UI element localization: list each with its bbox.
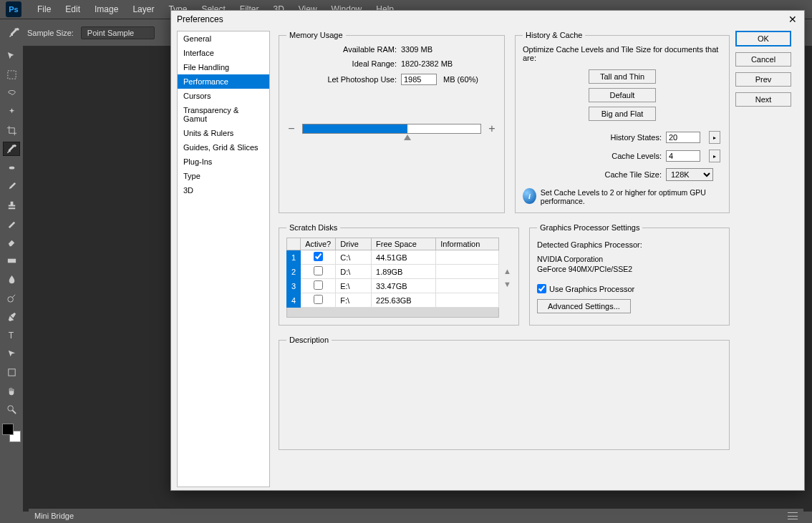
available-ram-value: 3309 MB <box>401 45 497 54</box>
let-use-unit: MB (60%) <box>443 75 478 84</box>
memory-legend: Memory Usage <box>286 31 346 39</box>
tall-thin-button[interactable]: Tall and Thin <box>589 69 656 84</box>
move-down-icon[interactable]: ▼ <box>503 280 511 288</box>
history-states-label: History States: <box>566 133 666 142</box>
stamp-tool[interactable] <box>3 197 20 212</box>
svg-rect-2 <box>7 258 15 263</box>
svg-text:T: T <box>8 331 14 341</box>
available-ram-label: Available RAM: <box>286 45 401 54</box>
cache-tile-select[interactable]: 128K <box>666 168 713 181</box>
memory-slider[interactable] <box>302 124 481 134</box>
ideal-range-value: 1820-2382 MB <box>401 59 497 68</box>
menu-image[interactable]: Image <box>87 4 125 14</box>
fg-bg-color[interactable] <box>2 424 21 442</box>
gpu-settings-group: Graphics Processor Settings Detected Gra… <box>529 223 730 326</box>
sidebar-item-guides-grid-slices[interactable]: Guides, Grid & Slices <box>178 140 269 155</box>
table-row[interactable]: 3E:\33.47GB <box>287 279 499 293</box>
crop-tool[interactable] <box>3 123 20 137</box>
default-button[interactable]: Default <box>589 88 656 102</box>
history-brush-tool[interactable] <box>3 216 20 230</box>
heal-tool[interactable] <box>3 160 20 175</box>
dodge-tool[interactable] <box>3 290 20 305</box>
description-group: Description <box>279 336 730 450</box>
col-info: Information <box>436 238 499 250</box>
sidebar-item--d[interactable]: 3D <box>178 183 269 197</box>
hand-tool[interactable] <box>3 383 20 398</box>
sidebar-item-file-handling[interactable]: File Handling <box>178 60 269 74</box>
sidebar-item-interface[interactable]: Interface <box>178 46 269 60</box>
disk-active-checkbox[interactable] <box>314 280 323 290</box>
marquee-tool[interactable] <box>3 67 20 82</box>
mini-bridge-panel[interactable]: Mini Bridge <box>29 509 803 523</box>
wand-tool[interactable] <box>3 104 20 119</box>
ideal-range-label: Ideal Range: <box>286 59 401 68</box>
advanced-settings-button[interactable]: Advanced Settings... <box>537 299 631 313</box>
sidebar-item-general[interactable]: General <box>178 31 269 46</box>
next-button[interactable]: Next <box>735 92 791 107</box>
let-use-input[interactable] <box>401 74 437 85</box>
sidebar-item-cursors[interactable]: Cursors <box>178 89 269 103</box>
menu-layer[interactable]: Layer <box>125 4 161 14</box>
eyedropper-tool[interactable] <box>3 142 20 156</box>
lasso-tool[interactable] <box>3 86 20 100</box>
svg-rect-1 <box>9 166 14 169</box>
sidebar-item-plug-ins[interactable]: Plug-Ins <box>178 155 269 169</box>
preferences-sidebar: GeneralInterfaceFile HandlingPerformance… <box>177 31 270 487</box>
scratch-disk-table[interactable]: Active? Drive Free Space Information 1C:… <box>286 238 499 308</box>
move-up-icon[interactable]: ▲ <box>503 267 511 275</box>
menu-file[interactable]: File <box>30 4 58 14</box>
blur-tool[interactable] <box>3 272 20 286</box>
close-icon[interactable]: ✕ <box>787 14 798 25</box>
prev-button[interactable]: Prev <box>735 72 791 87</box>
disk-active-checkbox[interactable] <box>314 252 323 261</box>
gpu-vendor: NVIDIA Corporation <box>537 255 722 265</box>
pen-tool[interactable] <box>3 309 20 323</box>
brush-tool[interactable] <box>3 179 20 193</box>
ok-button[interactable]: OK <box>735 31 791 47</box>
disk-active-checkbox[interactable] <box>314 295 323 304</box>
path-tool[interactable] <box>3 346 20 361</box>
svg-point-3 <box>7 296 13 302</box>
sidebar-item-type[interactable]: Type <box>178 169 269 183</box>
let-use-label: Let Photoshop Use: <box>286 75 401 84</box>
history-states-input[interactable] <box>666 132 700 143</box>
shape-tool[interactable] <box>3 365 20 379</box>
sample-size-select[interactable]: Point Sample <box>81 26 155 39</box>
history-states-stepper[interactable]: ▸ <box>709 131 720 144</box>
svg-rect-5 <box>8 368 14 375</box>
history-cache-group: History & Cache Optimize Cache Levels an… <box>515 31 730 213</box>
eraser-tool[interactable] <box>3 235 20 249</box>
menu-edit[interactable]: Edit <box>58 4 87 14</box>
disk-active-checkbox[interactable] <box>314 266 323 275</box>
cancel-button[interactable]: Cancel <box>735 52 791 67</box>
tools-panel: T <box>0 46 23 442</box>
zoom-tool[interactable] <box>3 402 20 416</box>
svg-rect-0 <box>7 70 15 78</box>
description-legend: Description <box>286 336 332 344</box>
cache-levels-input[interactable] <box>666 150 700 162</box>
move-tool[interactable] <box>3 49 20 63</box>
sidebar-item-units-rulers[interactable]: Units & Rulers <box>178 126 269 140</box>
memory-plus-icon[interactable]: + <box>487 122 497 135</box>
dialog-title: Preferences <box>177 14 223 24</box>
preferences-dialog: Preferences ✕ GeneralInterfaceFile Handl… <box>170 10 805 491</box>
info-icon: i <box>523 188 536 204</box>
sidebar-item-transparency-gamut[interactable]: Transparency & Gamut <box>178 103 269 126</box>
sample-size-label: Sample Size: <box>27 29 74 37</box>
memory-minus-icon[interactable]: − <box>286 122 296 135</box>
gradient-tool[interactable] <box>3 253 20 268</box>
gpu-model: GeForce 940MX/PCIe/SSE2 <box>537 265 722 275</box>
panel-menu-icon[interactable] <box>788 512 798 519</box>
big-flat-button[interactable]: Big and Flat <box>589 107 656 121</box>
table-row[interactable]: 1C:\44.51GB <box>287 250 499 265</box>
use-gpu-checkbox[interactable]: Use Graphics Processor <box>537 284 722 293</box>
col-drive: Drive <box>336 238 372 250</box>
table-row[interactable]: 2D:\1.89GB <box>287 265 499 279</box>
cache-levels-stepper[interactable]: ▸ <box>709 150 720 162</box>
type-tool[interactable]: T <box>3 328 20 342</box>
history-legend: History & Cache <box>523 31 585 39</box>
table-row[interactable]: 4F:\225.63GB <box>287 293 499 308</box>
sidebar-item-performance[interactable]: Performance <box>178 74 269 89</box>
cache-info-text: Set Cache Levels to 2 or higher for opti… <box>541 188 722 205</box>
scratch-legend: Scratch Disks <box>286 223 340 232</box>
